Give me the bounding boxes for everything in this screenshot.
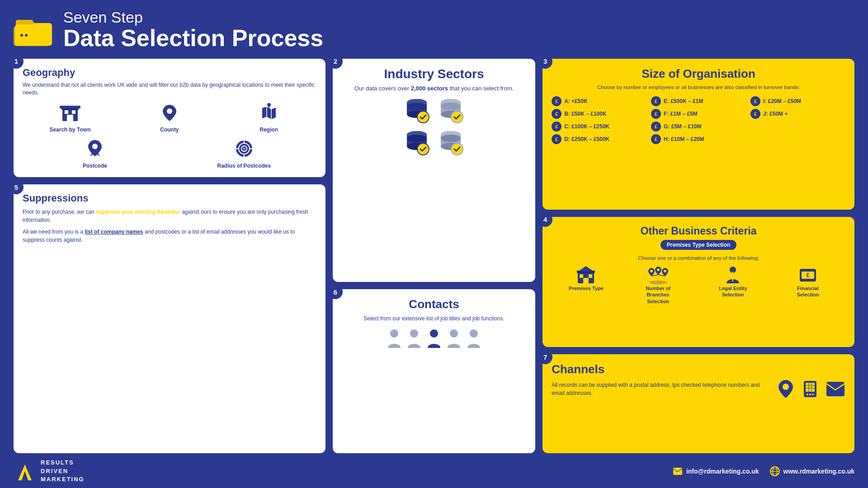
header-title: Data Selection Process [63,26,323,51]
geo-label-county: County [160,127,179,133]
email-icon [826,381,845,397]
step4-subtitle: Choose one or a combination of any of th… [552,255,845,261]
svg-point-58 [430,329,438,338]
step2-card: 2 Industry Sectors Our data covers over … [333,59,535,282]
svg-point-57 [410,329,418,338]
geo-item-county: County [122,101,217,133]
criteria-financial: £ Financial Selection [788,265,828,298]
step3-subtitle: Choose by number or employees or all bus… [552,84,845,91]
svg-point-7 [25,34,28,37]
svg-point-39 [441,103,461,110]
location-icon [777,379,795,399]
criteria-legal-label: Legal Entity Selection [712,285,753,298]
svg-point-21 [243,148,245,150]
criteria-legal: Legal Entity Selection [712,265,753,298]
step3-card: 3 Size of Organisation Choose by number … [542,59,854,210]
footer-logo: RESULTS DRIVEN MARKETING [14,459,85,483]
step4-card: 4 Other Business Criteria Premises Type … [542,217,854,347]
svg-text:£: £ [807,272,810,278]
footer-globe-icon [770,466,780,476]
step6-description: Select from our extensive list of job ti… [342,315,526,323]
svg-rect-5 [15,24,49,46]
footer-email: info@rdmarketing.co.uk [673,467,759,475]
svg-point-17 [92,144,98,149]
svg-point-67 [650,270,653,272]
svg-rect-64 [583,278,589,283]
svg-point-59 [450,329,458,338]
step5-para1: Prior to any purchase, we can suppress y… [23,208,316,224]
header-text: Seven Step Data Selection Process [63,9,323,51]
band-d: £ D: £250K – £500K [552,134,646,144]
step2-badge: 2 [328,54,343,69]
step3-title: Size of Organisation [552,67,845,81]
svg-point-56 [390,329,398,338]
branches-icon [647,265,670,285]
db-icon-1 [402,96,432,126]
band-b: £ B: £50K – £100K [552,109,646,119]
step5-highlight1: suppress your existing database [96,209,180,215]
svg-point-46 [407,135,427,142]
footer-logo-text: RESULTS DRIVEN MARKETING [41,459,85,483]
svg-point-6 [20,34,23,37]
person-icon-1 [386,328,402,348]
band-h: £ H: £10M – £20M [651,134,746,144]
step7-card: 7 Channels All records can be supplied w… [542,354,854,453]
svg-point-53 [441,135,461,142]
legal-icon [723,265,743,285]
step3-badge: 3 [538,54,552,69]
footer-email-icon [673,467,683,475]
svg-point-81 [783,384,789,390]
geo-label-town: Search by Town [49,127,90,133]
band-c: £ C: £100K – £250K [552,122,646,131]
criteria-financial-label: Financial Selection [788,285,828,298]
svg-point-72 [649,281,667,284]
footer-contact: info@rdmarketing.co.uk www.rdmarketing.c… [673,466,854,476]
svg-point-86 [812,394,814,395]
geo-label-region: Region [259,127,278,133]
step7-description: All records can be supplied with a posta… [552,381,768,397]
step3-bands: £ A: <£50K £ E: £500K – £1M £ I: £20M – … [552,96,845,144]
svg-rect-11 [67,115,73,121]
person-icon-4 [446,328,462,348]
svg-rect-10 [72,110,75,114]
band-a: £ A: <£50K [552,96,646,106]
svg-rect-63 [589,274,592,278]
step4-title: Other Business Criteria [552,225,845,237]
svg-point-31 [407,103,427,110]
svg-rect-91 [826,382,844,396]
step6-card: 6 Contacts Select from our extensive lis… [333,289,535,453]
step2-title: Industry Sectors [342,67,526,81]
step1-title: Geography [23,67,316,79]
criteria-branches-label: Number of Branches Selection [638,285,679,305]
contact-people [342,328,526,348]
step5-highlight2: list of company names [85,229,143,235]
svg-point-84 [807,394,808,395]
header-icon [14,12,54,48]
header-subtitle: Seven Step [63,9,323,26]
step1-badge: 1 [9,54,24,69]
step5-card: 5 Suppressions Prior to any purchase, we… [14,184,326,453]
financial-icon: £ [798,265,818,285]
svg-marker-66 [578,266,594,272]
geo-icons-row1: Search by Town County [23,101,316,133]
geo-icons-row2: Postcode [23,137,316,169]
geo-item-region: Region [222,101,316,133]
step5-title: Suppressions [23,192,316,204]
svg-point-85 [809,394,811,395]
band-g: £ G: £5M – £10M [651,122,746,131]
footer-website: www.rdmarketing.co.uk [770,466,854,476]
svg-rect-13 [60,106,80,108]
step4-badge-label: Premises Type Selection [660,240,737,250]
geo-item-radius: Radius of Postcodes [172,137,316,169]
band-i: £ I: £20M – £50M [750,96,845,106]
logo-icon [14,462,36,480]
svg-rect-83 [806,383,815,392]
svg-point-69 [664,270,666,272]
db-icon-3 [402,128,432,158]
step7-title: Channels [552,362,845,376]
svg-rect-9 [65,110,68,114]
step2-description: Our data covers over 2,000 sectors that … [342,84,526,93]
geo-item-postcode: Postcode [23,137,167,169]
step1-card: 1 Geography We understand that not all c… [14,59,326,177]
geo-label-radius: Radius of Postcodes [217,163,271,169]
